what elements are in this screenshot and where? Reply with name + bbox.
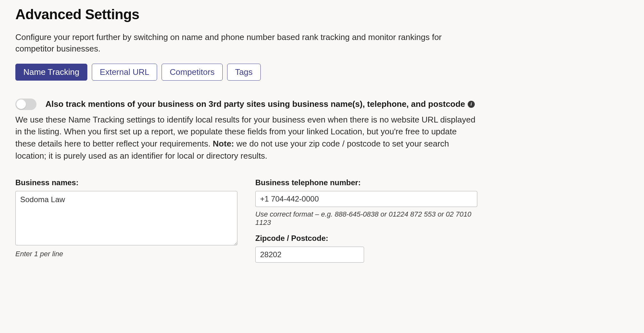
telephone-input[interactable]	[255, 191, 477, 207]
toggle-knob	[16, 99, 26, 109]
zipcode-label: Zipcode / Postcode:	[255, 234, 477, 243]
telephone-hint: Use correct format – e.g. 888-645-0838 o…	[255, 210, 477, 227]
toggle-label-text: Also track mentions of your business on …	[45, 99, 465, 109]
telephone-label: Business telephone number:	[255, 178, 477, 187]
info-icon[interactable]: i	[468, 101, 475, 108]
explanation-note-label: Note:	[213, 139, 234, 148]
form-col-right: Business telephone number: Use correct f…	[255, 178, 477, 263]
form-col-left: Business names: Sodoma Law Enter 1 per l…	[15, 178, 237, 263]
tab-external-url[interactable]: External URL	[92, 64, 157, 81]
zipcode-input[interactable]	[255, 247, 364, 263]
tabs: Name Tracking External URL Competitors T…	[15, 64, 629, 81]
form-grid: Business names: Sodoma Law Enter 1 per l…	[15, 178, 477, 263]
business-names-hint: Enter 1 per line	[15, 250, 237, 258]
business-names-label: Business names:	[15, 178, 237, 187]
tab-tags[interactable]: Tags	[227, 64, 261, 81]
toggle-label: Also track mentions of your business on …	[45, 99, 475, 109]
explanation-text: We use these Name Tracking settings to i…	[15, 114, 476, 162]
page-title: Advanced Settings	[15, 6, 629, 22]
toggle-row: Also track mentions of your business on …	[15, 99, 629, 110]
tab-competitors[interactable]: Competitors	[162, 64, 222, 81]
track-mentions-toggle[interactable]	[15, 99, 36, 110]
business-names-input[interactable]: Sodoma Law	[15, 191, 237, 245]
tab-name-tracking[interactable]: Name Tracking	[15, 64, 87, 81]
page-description: Configure your report further by switchi…	[15, 31, 476, 55]
